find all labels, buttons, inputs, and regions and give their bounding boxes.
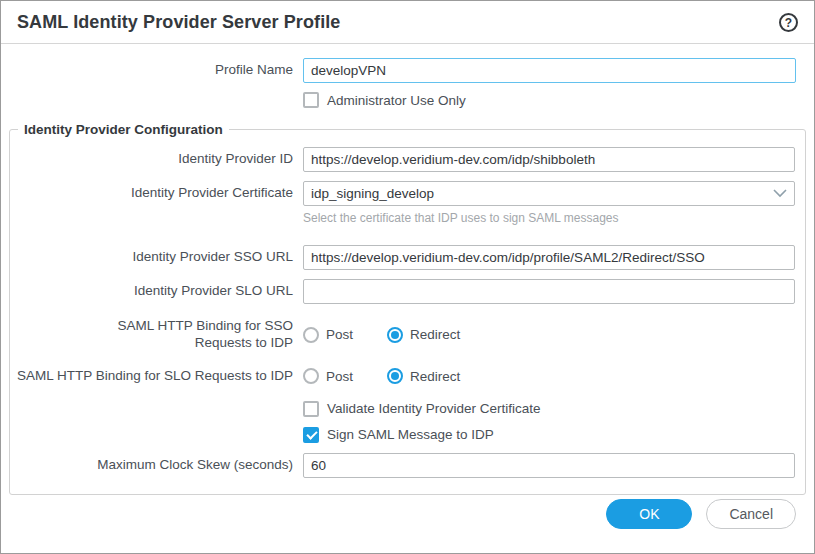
profile-name-row: Profile Name	[1, 58, 814, 83]
idp-certificate-helper-text: Select the certificate that IDP uses to …	[303, 211, 619, 225]
sso-binding-row: SAML HTTP Binding for SSO Requests to ID…	[10, 318, 805, 352]
sso-binding-redirect-option[interactable]: Redirect	[387, 327, 460, 343]
sso-binding-radio-group: Post Redirect	[303, 327, 460, 343]
validate-cert-option[interactable]: Validate Identity Provider Certificate	[303, 401, 541, 417]
idp-certificate-value: idp_signing_develop	[311, 186, 434, 201]
profile-name-input[interactable]	[303, 58, 796, 83]
sign-message-row: Sign SAML Message to IDP	[10, 427, 805, 443]
idp-configuration-fieldset: Identity Provider Configuration Identity…	[9, 122, 806, 495]
validate-cert-checkbox[interactable]	[303, 401, 319, 417]
slo-binding-post-radio[interactable]	[303, 368, 319, 384]
sso-binding-post-option[interactable]: Post	[303, 327, 353, 343]
sign-message-checkbox[interactable]	[303, 427, 319, 443]
idp-certificate-helper-row: Select the certificate that IDP uses to …	[10, 211, 805, 225]
admin-use-only-checkbox[interactable]	[303, 92, 319, 108]
slo-binding-redirect-option[interactable]: Redirect	[387, 368, 460, 384]
slo-url-label: Identity Provider SLO URL	[10, 283, 303, 300]
sso-url-row: Identity Provider SSO URL	[10, 245, 805, 270]
idp-id-row: Identity Provider ID	[10, 147, 805, 172]
sso-url-input[interactable]	[303, 245, 795, 270]
idp-configuration-legend: Identity Provider Configuration	[18, 122, 229, 137]
admin-use-only-row: Administrator Use Only	[1, 92, 814, 108]
dialog-content: Profile Name Administrator Use Only Iden…	[1, 44, 814, 499]
clock-skew-row: Maximum Clock Skew (seconds)	[10, 453, 805, 478]
sign-message-label: Sign SAML Message to IDP	[327, 427, 494, 442]
idp-certificate-label: Identity Provider Certificate	[10, 185, 303, 202]
idp-certificate-dropdown[interactable]: idp_signing_develop	[303, 181, 795, 206]
slo-url-input[interactable]	[303, 279, 795, 304]
ok-button[interactable]: OK	[606, 499, 692, 529]
dialog-titlebar: SAML Identity Provider Server Profile ?	[1, 1, 814, 44]
slo-binding-post-option[interactable]: Post	[303, 368, 353, 384]
slo-url-row: Identity Provider SLO URL	[10, 279, 805, 304]
slo-binding-radio-group: Post Redirect	[303, 368, 460, 384]
sign-message-option[interactable]: Sign SAML Message to IDP	[303, 427, 494, 443]
sso-url-label: Identity Provider SSO URL	[10, 249, 303, 266]
sso-binding-redirect-radio[interactable]	[387, 327, 403, 343]
saml-idp-profile-dialog: SAML Identity Provider Server Profile ? …	[0, 0, 815, 554]
slo-binding-label: SAML HTTP Binding for SLO Requests to ID…	[10, 368, 303, 385]
profile-name-label: Profile Name	[1, 62, 303, 79]
slo-binding-row: SAML HTTP Binding for SLO Requests to ID…	[10, 368, 805, 385]
clock-skew-input[interactable]	[303, 453, 795, 478]
chevron-down-icon	[773, 189, 787, 198]
idp-id-label: Identity Provider ID	[10, 151, 303, 168]
admin-use-only-label: Administrator Use Only	[327, 93, 466, 108]
cancel-button[interactable]: Cancel	[706, 499, 796, 529]
sso-binding-post-radio[interactable]	[303, 327, 319, 343]
validate-cert-label: Validate Identity Provider Certificate	[327, 401, 541, 416]
admin-use-only-option[interactable]: Administrator Use Only	[303, 92, 466, 108]
slo-binding-redirect-radio[interactable]	[387, 368, 403, 384]
dialog-footer: OK Cancel	[1, 499, 814, 553]
dialog-title: SAML Identity Provider Server Profile	[17, 12, 340, 33]
help-icon[interactable]: ?	[779, 13, 798, 32]
sso-binding-label: SAML HTTP Binding for SSO Requests to ID…	[10, 318, 303, 352]
idp-id-input[interactable]	[303, 147, 795, 172]
validate-cert-row: Validate Identity Provider Certificate	[10, 401, 805, 417]
clock-skew-label: Maximum Clock Skew (seconds)	[10, 457, 303, 474]
idp-certificate-row: Identity Provider Certificate idp_signin…	[10, 181, 805, 206]
